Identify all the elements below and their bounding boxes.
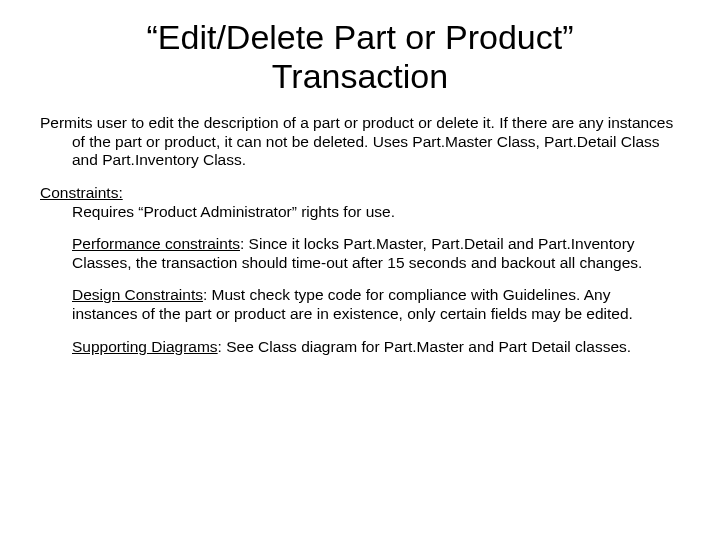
performance-constraints: Performance constraints: Since it locks … [40,235,680,272]
design-label: Design Constraints [72,286,203,303]
slide-body: Permits user to edit the description of … [40,114,680,356]
supporting-diagrams: Supporting Diagrams: See Class diagram f… [40,338,680,357]
design-constraints: Design Constraints: Must check type code… [40,286,680,323]
constraints-heading: Constraints: [40,184,123,201]
performance-label: Performance constraints [72,235,240,252]
supporting-text: : See Class diagram for Part.Master and … [218,338,632,355]
constraints-requires: Requires “Product Administrator” rights … [40,203,680,222]
slide-title: “Edit/Delete Part or Product” Transactio… [80,18,640,96]
constraints-block: Constraints: Requires “Product Administr… [40,184,680,221]
constraints-heading-line: Constraints: [40,184,680,203]
slide: “Edit/Delete Part or Product” Transactio… [0,0,720,540]
supporting-label: Supporting Diagrams [72,338,218,355]
intro-paragraph: Permits user to edit the description of … [40,114,680,170]
